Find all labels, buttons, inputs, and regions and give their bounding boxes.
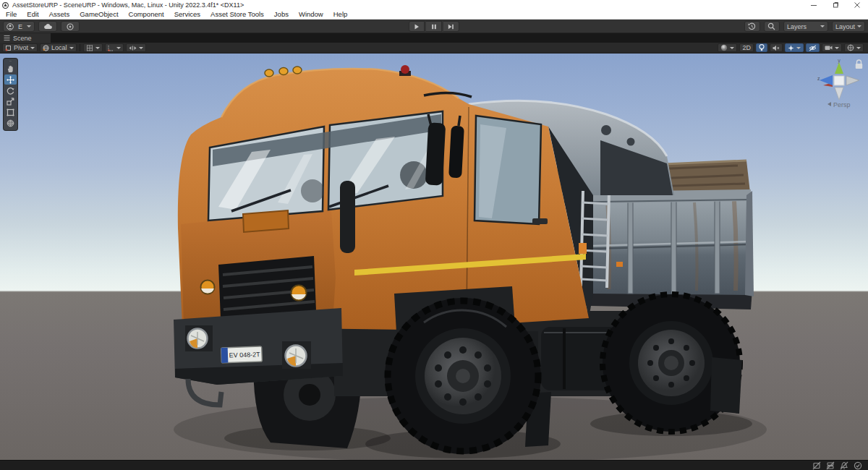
menu-item-assets[interactable]: Assets xyxy=(44,10,75,19)
move-snap-icon xyxy=(129,45,137,51)
auto-generate-lighting-off-icon[interactable] xyxy=(812,461,821,470)
undo-history-icon xyxy=(748,22,756,30)
maximize-button[interactable] xyxy=(825,0,846,10)
undo-history-button[interactable] xyxy=(744,21,760,32)
snap-increment-dropdown[interactable] xyxy=(105,43,124,52)
draw-mode-dropdown[interactable] xyxy=(718,43,737,52)
account-person-circle-icon xyxy=(7,23,14,30)
notifications-muted-bell-icon[interactable] xyxy=(840,461,848,470)
gizmos-dropdown[interactable] xyxy=(844,43,864,52)
layers-label: Layers xyxy=(787,23,807,30)
tool-handle-pivot-icon xyxy=(5,45,12,51)
tool-transform[interactable] xyxy=(4,118,17,128)
tools-overlay-panel xyxy=(3,58,18,131)
menu-item-edit[interactable]: Edit xyxy=(22,10,43,19)
gizmo-z-axis-cone[interactable] xyxy=(820,75,833,85)
gizmo-neg-y-axis-cone[interactable] xyxy=(835,87,843,100)
license-plate: EV 048-2T xyxy=(221,346,263,363)
grid-visibility-dropdown[interactable] xyxy=(83,43,103,52)
window-title: AssetStoreURP - SceneURP - Windows, Mac,… xyxy=(12,1,244,9)
rotate-tool-icon xyxy=(7,87,14,95)
2d-label: 2D xyxy=(742,44,751,51)
scene-view-toolbar: Pivot Local xyxy=(0,43,868,54)
camera-icon xyxy=(825,45,833,51)
2d-toggle-button[interactable]: 2D xyxy=(739,43,754,52)
layout-dropdown[interactable]: Layout xyxy=(832,21,865,32)
dropdown-caret-icon xyxy=(856,47,861,49)
scene-orientation-gizmo[interactable]: y z Persp xyxy=(813,56,865,108)
search-button[interactable] xyxy=(764,21,780,32)
pause-button[interactable] xyxy=(426,21,442,32)
rect-tool-icon xyxy=(7,108,14,116)
gizmo-center-cube[interactable] xyxy=(834,76,844,85)
menu-item-window[interactable]: Window xyxy=(294,10,328,19)
transform-tool-icon xyxy=(7,119,14,127)
toolbar-separator xyxy=(80,44,80,51)
close-button[interactable] xyxy=(846,0,868,10)
tool-move[interactable] xyxy=(4,74,17,85)
effects-sparkle-icon xyxy=(788,45,794,51)
globe-local-icon xyxy=(43,45,49,51)
menu-item-help[interactable]: Help xyxy=(328,10,353,19)
eye-slash-icon xyxy=(809,45,817,51)
gizmos-toggle-icon xyxy=(847,44,854,51)
tab-scene[interactable]: Scene xyxy=(0,33,51,43)
play-button[interactable] xyxy=(409,21,425,32)
layers-dropdown[interactable]: Layers xyxy=(783,21,828,32)
layout-label: Layout xyxy=(835,23,855,30)
cloud-button[interactable] xyxy=(38,21,57,32)
window-title-bar: AssetStoreURP - SceneURP - Windows, Mac,… xyxy=(0,0,868,10)
scene-viewport[interactable]: EV 048-2T xyxy=(0,54,868,460)
audio-toggle-button[interactable] xyxy=(770,43,783,52)
persp-triangle-icon xyxy=(827,102,831,106)
padlock-icon[interactable] xyxy=(856,60,862,69)
camera-settings-dropdown[interactable] xyxy=(822,43,842,52)
account-initial: E xyxy=(18,23,22,30)
dock-tab-bar: Scene xyxy=(0,33,868,43)
menu-item-gameobject[interactable]: GameObject xyxy=(75,10,123,19)
dropdown-caret-icon xyxy=(820,25,825,27)
tool-rotate[interactable] xyxy=(4,85,17,95)
menu-item-component[interactable]: Component xyxy=(124,10,169,19)
grid-icon xyxy=(86,45,93,51)
move-snap-dropdown[interactable] xyxy=(126,43,146,52)
minimize-button[interactable] xyxy=(803,0,825,10)
license-plate-text: EV 048-2T xyxy=(229,351,260,359)
maximize-restore-icon xyxy=(833,2,838,8)
scene-visibility-button[interactable] xyxy=(806,43,820,52)
cloud-icon xyxy=(43,23,53,30)
pause-icon xyxy=(431,24,437,30)
menu-item-file[interactable]: File xyxy=(1,10,22,19)
version-control-button[interactable] xyxy=(61,21,80,32)
cache-server-disabled-icon[interactable] xyxy=(826,461,835,470)
step-icon xyxy=(448,24,454,30)
overlay-drag-handle[interactable] xyxy=(7,60,14,63)
snap-increment-icon xyxy=(108,45,114,51)
gizmo-y-axis-cone[interactable] xyxy=(835,62,843,74)
tool-handle-rotation-dropdown[interactable]: Local xyxy=(40,43,77,52)
step-button[interactable] xyxy=(443,21,459,32)
dropdown-caret-icon xyxy=(796,47,801,49)
menu-item-jobs[interactable]: Jobs xyxy=(269,10,294,19)
version-control-icon xyxy=(67,23,74,30)
tool-scale[interactable] xyxy=(4,96,17,106)
menu-item-asset-store-tools[interactable]: Asset Store Tools xyxy=(205,10,269,19)
background-tasks-check-icon[interactable] xyxy=(854,461,862,470)
persp-label: Persp xyxy=(833,101,851,108)
tool-view-hand[interactable] xyxy=(4,64,17,74)
tool-handle-position-dropdown[interactable]: Pivot xyxy=(2,43,38,52)
effects-dropdown[interactable] xyxy=(785,43,804,52)
projection-toggle[interactable]: Persp xyxy=(827,101,851,108)
account-dropdown[interactable]: E xyxy=(3,21,35,32)
menu-item-services[interactable]: Services xyxy=(169,10,205,19)
tool-rect[interactable] xyxy=(4,107,17,117)
lighting-toggle-button[interactable] xyxy=(756,43,767,52)
gizmo-neg-x-axis-cone[interactable] xyxy=(846,76,859,85)
minimize-icon xyxy=(811,2,817,8)
scale-tool-icon xyxy=(7,98,14,106)
menu-bar: File Edit Assets GameObject Component Se… xyxy=(0,10,868,20)
dropdown-caret-icon xyxy=(139,47,143,49)
dump-truck-3d-model: EV 048-2T xyxy=(0,54,868,460)
scene-tab-icon xyxy=(4,35,10,41)
dropdown-caret-icon xyxy=(30,47,35,49)
